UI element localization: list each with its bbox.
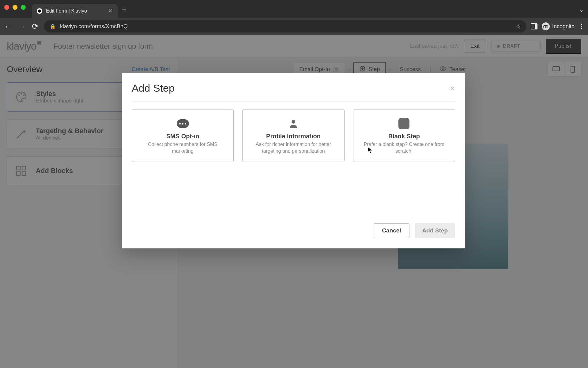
lock-icon: 🔒 [50,24,56,29]
option-desc: Collect phone numbers for SMS marketing [138,141,227,154]
modal-close-button[interactable]: × [450,84,455,93]
option-title: SMS Opt-in [166,133,199,140]
nav-forward-button[interactable]: → [17,22,26,31]
svg-point-3 [546,26,548,28]
tab-favicon [37,8,42,14]
blank-square-icon [398,117,410,130]
tab-title: Edit Form | Klaviyo [46,8,104,14]
window-minimize-dot[interactable] [13,5,17,10]
option-sms-optin[interactable]: SMS Opt-in Collect phone numbers for SMS… [132,109,234,162]
svg-point-15 [292,120,295,124]
window-maximize-dot[interactable] [21,5,26,10]
svg-rect-1 [535,24,537,29]
browser-tab-bar: Edit Form | Klaviyo ✕ + ⌄ [0,0,588,18]
reload-button[interactable]: ⟳ [31,22,40,31]
mouse-cursor-icon [368,147,373,154]
app-root: klaviyo Footer newsletter sign up form L… [0,35,588,368]
address-bar[interactable]: 🔒 klaviyo.com/forms/XmcBhQ ☆ [44,20,526,33]
window-controls [4,5,26,10]
option-blank-step[interactable]: Blank Step Prefer a blank step? Create o… [353,109,455,162]
tab-close-icon[interactable]: ✕ [108,8,113,14]
modal-header: Add Step × [132,82,455,102]
add-step-modal: Add Step × SMS Opt-in Collect phone numb… [122,73,465,248]
browser-tab[interactable]: Edit Form | Klaviyo ✕ [32,4,118,18]
svg-point-2 [544,26,545,28]
window-close-dot[interactable] [4,5,9,10]
option-title: Blank Step [388,133,420,140]
browser-menu-button[interactable]: ⋮ [579,23,584,30]
option-title: Profile Information [266,133,321,140]
step-options: SMS Opt-in Collect phone numbers for SMS… [132,109,455,162]
option-profile-info[interactable]: Profile Information Ask for richer infor… [242,109,344,162]
incognito-indicator[interactable]: Incognito [542,22,575,30]
incognito-icon [542,22,550,30]
sms-bubble-icon [177,117,189,130]
cancel-button[interactable]: Cancel [374,223,409,238]
modal-footer: Cancel Add Step [132,223,455,238]
modal-title: Add Step [132,82,175,94]
browser-toolbar: ← → ⟳ 🔒 klaviyo.com/forms/XmcBhQ ☆ Incog… [0,18,588,35]
side-panel-icon[interactable] [531,23,537,29]
incognito-label: Incognito [552,23,575,30]
bookmark-star-icon[interactable]: ☆ [515,23,521,30]
nav-back-button[interactable]: ← [4,22,13,31]
add-step-button[interactable]: Add Step [415,223,455,238]
new-tab-button[interactable]: + [122,6,126,14]
url-text: klaviyo.com/forms/XmcBhQ [60,23,128,30]
person-icon [287,117,300,130]
option-desc: Ask for richer information for better ta… [249,141,338,154]
tabs-overflow-icon[interactable]: ⌄ [579,6,584,13]
